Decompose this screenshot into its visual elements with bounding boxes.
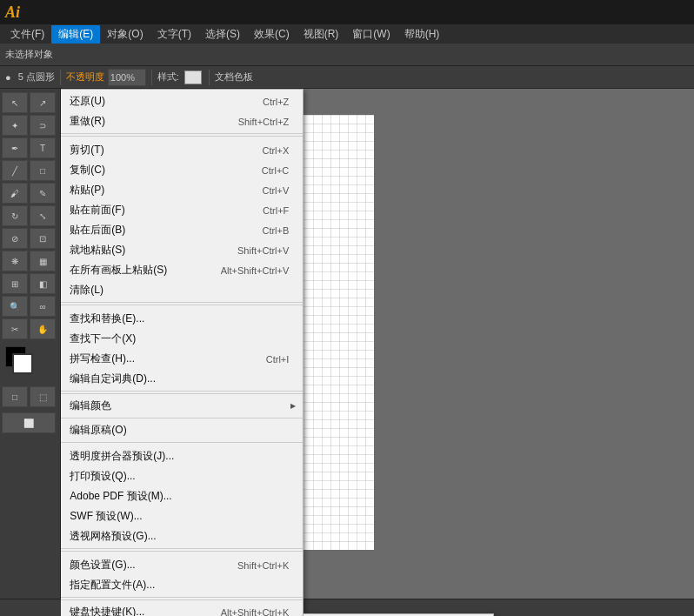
tool-symbol[interactable]: ❋	[2, 251, 28, 271]
tool-scale[interactable]: ⤡	[30, 205, 56, 226]
menu-help[interactable]: 帮助(H)	[397, 25, 447, 44]
menu-edit-custom-dict[interactable]: 编辑自定词典(D)...	[61, 369, 303, 389]
menu-paste-back[interactable]: 贴在后面(B) Ctrl+B	[61, 220, 303, 240]
tool-blend[interactable]: ∞	[30, 296, 56, 317]
menu-color-settings[interactable]: 颜色设置(G)... Shift+Ctrl+K	[61, 555, 303, 575]
menu-copy[interactable]: 复制(C) Ctrl+C	[61, 160, 303, 180]
menu-find-replace[interactable]: 查找和替换(E)...	[61, 309, 303, 329]
sep1	[61, 136, 303, 137]
menu-assign-profile[interactable]: 指定配置文件(A)...	[61, 575, 303, 595]
toolbar-options: ● 5 点圆形 不透明度 样式: 文档色板	[0, 66, 694, 89]
menu-find-next[interactable]: 查找下一个(X)	[61, 329, 303, 349]
sep6	[61, 551, 303, 552]
tool-row-11: ✂ ✋	[2, 318, 58, 339]
edit-menu-section-5: 透明度拼合器预设(J)... 打印预设(Q)... Adobe PDF 预设(M…	[61, 445, 303, 549]
menu-paste-all-boards[interactable]: 在所有画板上粘贴(S) Alt+Shift+Ctrl+V	[61, 260, 303, 280]
tool-row-3: ✒ T	[2, 137, 58, 158]
tool-paintbrush[interactable]: 🖌	[2, 183, 28, 204]
canvas-area: 还原(U) Ctrl+Z 重做(R) Shift+Ctrl+Z 剪切(T) Ct…	[61, 89, 694, 616]
selection-status: 未选择对象	[5, 48, 53, 61]
tool-rect[interactable]: □	[30, 160, 56, 181]
menu-redo[interactable]: 重做(R) Shift+Ctrl+Z	[61, 111, 303, 131]
brush-name: 5 点圆形	[18, 70, 55, 84]
menu-pdf-presets[interactable]: Adobe PDF 预设(M)...	[61, 486, 303, 506]
menu-object[interactable]: 对象(O)	[100, 25, 150, 44]
edit-menu-section-2: 剪切(T) Ctrl+X 复制(C) Ctrl+C 粘贴(P) Ctrl+V 贴…	[61, 138, 303, 303]
menu-edit-colors[interactable]: 编辑颜色	[61, 396, 303, 416]
edit-menu-section-6: 颜色设置(G)... Shift+Ctrl+K 指定配置文件(A)...	[61, 553, 303, 598]
menu-clear[interactable]: 清除(L)	[61, 280, 303, 300]
tool-free-transform[interactable]: ⊡	[30, 228, 56, 249]
menu-paste-front[interactable]: 贴在前面(F) Ctrl+F	[61, 200, 303, 220]
app-logo: Ai	[5, 3, 20, 22]
menu-select[interactable]: 选择(S)	[198, 25, 247, 44]
tool-pen[interactable]: ✒	[2, 137, 28, 158]
tool-column-graph[interactable]: ▦	[30, 251, 56, 271]
stroke-swatch[interactable]	[12, 353, 33, 374]
menu-view[interactable]: 视图(R)	[297, 25, 346, 44]
sep2	[61, 305, 303, 305]
sep7	[61, 599, 303, 600]
edit-menu-section-3: 查找和替换(E)... 查找下一个(X) 拼写检查(H)... Ctrl+I 编…	[61, 307, 303, 392]
tool-row-2: ✦ ⊃	[2, 115, 58, 136]
toolbar-sep-2	[151, 70, 152, 85]
tool-row-10: 🔍 ∞	[2, 296, 58, 317]
tool-scissors[interactable]: ✂	[2, 318, 28, 339]
tool-direct-select[interactable]: ↗	[30, 92, 56, 113]
tool-row-4: ╱ □	[2, 160, 58, 181]
tool-gradient[interactable]: ◧	[30, 273, 56, 294]
tool-rotate[interactable]: ↻	[2, 205, 28, 226]
menu-edit[interactable]: 编辑(E)	[51, 25, 100, 44]
menu-print-presets[interactable]: 打印预设(Q)...	[61, 466, 303, 486]
tool-screen-mode[interactable]: ⬚	[30, 386, 56, 407]
menu-file[interactable]: 文件(F)	[3, 25, 51, 44]
menu-spell-check[interactable]: 拼写检查(H)... Ctrl+I	[61, 349, 303, 369]
tool-row-extra: ⬜	[2, 412, 58, 433]
edit-dropdown-menu: 还原(U) Ctrl+Z 重做(R) Shift+Ctrl+Z 剪切(T) Ct…	[61, 89, 304, 616]
tools-panel: ↖ ↗ ✦ ⊃ ✒ T ╱ □ 🖌 ✎ ↻ ⤡ ⊘ ⊡ ❋ ▦	[0, 89, 61, 616]
main-area: ↖ ↗ ✦ ⊃ ✒ T ╱ □ 🖌 ✎ ↻ ⤡ ⊘ ⊡ ❋ ▦	[0, 89, 694, 616]
menu-keyboard-shortcuts[interactable]: 键盘快捷键(K)... Alt+Shift+Ctrl+K	[61, 602, 303, 616]
menu-bar[interactable]: 文件(F) 编辑(E) 对象(O) 文字(T) 选择(S) 效果(C) 视图(R…	[0, 24, 694, 44]
tool-line[interactable]: ╱	[2, 160, 28, 181]
tool-pencil[interactable]: ✎	[30, 183, 56, 204]
style-swatch	[184, 70, 202, 84]
tool-row-8: ❋ ▦	[2, 251, 58, 271]
tool-magic-wand[interactable]: ✦	[2, 115, 28, 136]
tool-row-1: ↖ ↗	[2, 92, 58, 113]
tool-lasso[interactable]: ⊃	[30, 115, 56, 136]
tool-normal-mode[interactable]: □	[2, 386, 28, 407]
menu-undo[interactable]: 还原(U) Ctrl+Z	[61, 91, 303, 111]
toolbar-top: 未选择对象	[0, 44, 694, 66]
tool-select[interactable]: ↖	[2, 92, 28, 113]
toolbar-sep-3	[209, 70, 210, 85]
menu-effect[interactable]: 效果(C)	[247, 25, 297, 44]
tool-warp[interactable]: ⊘	[2, 228, 28, 249]
tool-row-5: 🖌 ✎	[2, 183, 58, 204]
doc-swatches-label: 文档色板	[215, 70, 253, 84]
style-label: 样式:	[157, 70, 179, 84]
menu-paste-inplace[interactable]: 就地粘贴(S) Shift+Ctrl+V	[61, 240, 303, 260]
tool-row-6: ↻ ⤡	[2, 205, 58, 226]
edit-menu-section-1: 还原(U) Ctrl+Z 重做(R) Shift+Ctrl+Z	[61, 90, 303, 134]
opacity-input[interactable]	[108, 69, 146, 86]
sep3	[61, 393, 303, 394]
menu-swf-presets[interactable]: SWF 预设(W)...	[61, 506, 303, 526]
sep5	[61, 442, 303, 443]
tool-artboard[interactable]: ⬜	[2, 412, 56, 433]
menu-perspective-presets[interactable]: 透视网格预设(G)...	[61, 526, 303, 546]
tool-row-7: ⊘ ⊡	[2, 228, 58, 249]
menu-window[interactable]: 窗口(W)	[345, 25, 397, 44]
tool-mesh[interactable]: ⊞	[2, 273, 28, 294]
sep4	[61, 418, 303, 418]
tool-hand[interactable]: ✋	[30, 318, 56, 339]
menu-text[interactable]: 文字(T)	[150, 25, 198, 44]
tool-eyedropper[interactable]: 🔍	[2, 296, 28, 317]
tool-row-mode: □ ⬚	[2, 386, 58, 407]
menu-cut[interactable]: 剪切(T) Ctrl+X	[61, 140, 303, 160]
menu-edit-original[interactable]: 编辑原稿(O)	[61, 420, 303, 440]
tool-type[interactable]: T	[30, 137, 56, 158]
color-swatches-area	[5, 346, 49, 381]
menu-transparency-presets[interactable]: 透明度拼合器预设(J)...	[61, 446, 303, 466]
menu-paste[interactable]: 粘贴(P) Ctrl+V	[61, 180, 303, 200]
